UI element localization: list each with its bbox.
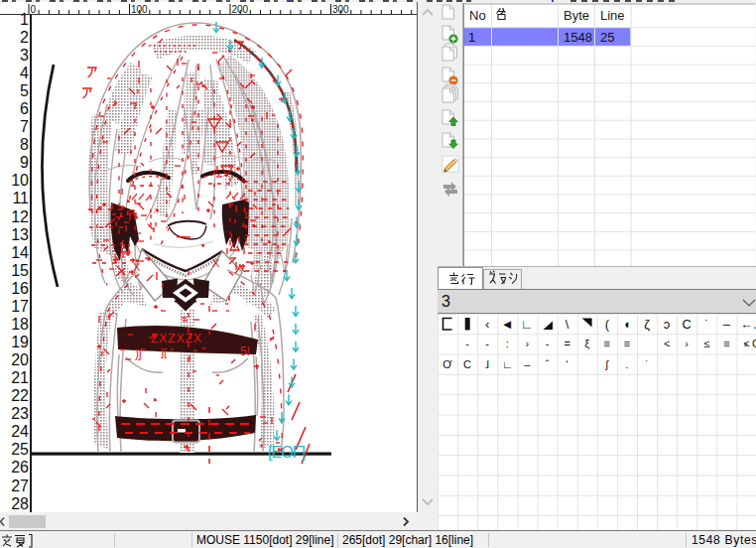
svg-text:C: C [683, 317, 692, 332]
svg-text:(: ( [605, 317, 610, 332]
svg-text:‹: ‹ [485, 317, 489, 332]
svg-text:<: < [664, 338, 670, 349]
svg-text:–: – [524, 358, 531, 370]
svg-text:1: 1 [468, 30, 475, 45]
svg-text:ʃ: ʃ [605, 358, 610, 370]
svg-text::: : [506, 338, 509, 349]
svg-text:-: - [485, 338, 489, 349]
svg-text:◄: ◄ [501, 317, 514, 332]
svg-text:.: . [625, 358, 628, 370]
svg-text:No: No [469, 8, 486, 23]
svg-text:∟: ∟ [502, 358, 513, 370]
svg-text:Byte: Byte [564, 8, 589, 23]
svg-text:C: C [752, 338, 756, 349]
svg-text:1548: 1548 [564, 30, 592, 45]
svg-text:ZXZXZX: ZXZXZX [151, 332, 202, 345]
svg-text:][: ][ [161, 346, 167, 358]
svg-text:ɺ: ɺ [485, 358, 489, 370]
svg-text:ɔ: ɔ [664, 317, 671, 332]
svg-text:∟: ∟ [521, 317, 534, 332]
svg-text:←: ← [740, 317, 753, 332]
svg-text:›: › [526, 338, 530, 349]
svg-text:≡: ≡ [604, 338, 610, 349]
svg-text:◖: ◖ [623, 317, 631, 332]
svg-text:-: - [465, 338, 469, 349]
svg-text:ξ: ξ [584, 338, 589, 349]
svg-text:)ʃ": )ʃ" [135, 346, 146, 360]
svg-text:\: \ [566, 317, 569, 332]
svg-text:Ơ: Ơ [442, 358, 452, 370]
svg-text:Line: Line [600, 8, 625, 23]
svg-text:˙: ˙ [645, 358, 649, 370]
svg-text:[EOF]: [EOF] [268, 444, 306, 461]
svg-text:5!: 5! [240, 344, 250, 358]
svg-text:=: = [564, 338, 569, 349]
svg-text:C: C [463, 358, 471, 370]
svg-text:X: X [212, 257, 220, 269]
svg-text:›: › [685, 338, 689, 349]
svg-text:≡: ≡ [723, 338, 729, 349]
svg-text:ʻ: ʻ [566, 358, 567, 370]
svg-text:≡: ≡ [624, 338, 630, 349]
svg-text:0: 0 [31, 4, 37, 15]
svg-text:›: › [744, 338, 748, 349]
svg-text:-: - [546, 338, 550, 349]
svg-text:≤: ≤ [703, 338, 709, 349]
svg-text:–: – [723, 317, 731, 332]
svg-text:25: 25 [600, 30, 614, 45]
svg-text:X: X [133, 261, 141, 273]
svg-text:ζ: ζ [644, 317, 650, 332]
svg-text:˙: ˙ [704, 317, 708, 332]
svg-text:ˆ: ˆ [546, 358, 550, 370]
